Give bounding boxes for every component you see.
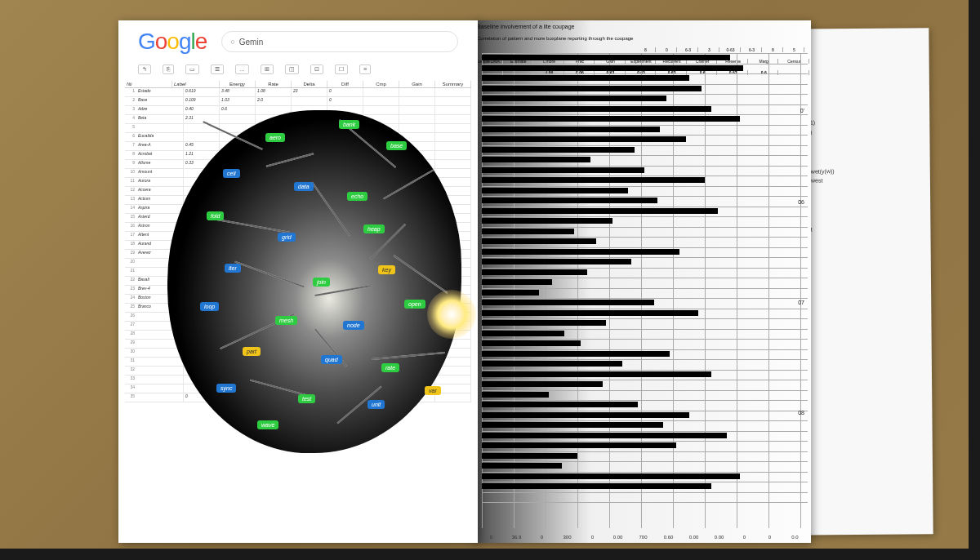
page-2-title-1: Baseline involvement of a lite coupage [472,20,811,33]
table-row: 25Branco [125,304,471,313]
google-logo: Google [138,29,207,55]
search-input[interactable]: Gemin [221,31,458,52]
chart-bar [482,340,581,346]
chart-bar [482,269,587,275]
table-row: 2Base0.1091.032.00 [125,97,471,106]
toolbar-button[interactable]: ≡ [359,64,371,74]
table-row: 18Aurand [125,241,471,250]
chart-bar [482,279,552,285]
chart-bar [482,127,660,132]
chart-bar [482,238,596,244]
toolbar-button[interactable]: ☰ [211,64,224,74]
chart-bar [482,310,698,316]
column-header: № [125,81,172,87]
floating-tag: wave [257,420,278,429]
chart-bar [482,218,612,224]
chart-bar [482,463,562,469]
table-row: 28 [125,331,471,340]
table-row: 3500.60.3 [125,393,471,402]
chart-bar [482,442,676,448]
chart-bar [482,351,670,357]
chart-bar [482,208,718,214]
spreadsheet: №LabelEnergyRateDeltaDiffCmpGainSummary … [125,81,471,402]
x-tick: 0 [479,535,504,540]
table-row: 310.700 [125,358,471,367]
column-header: Diff [327,81,363,87]
table-row: 17Attent1.04 [125,232,471,241]
y-tick: 06 [798,199,804,205]
chart-bar [482,473,740,479]
chart-bar [482,157,590,162]
table-row: 3300(oh) [125,376,471,384]
page-1-spreadsheet: Google Gemin ↰⎘▭☰…⊞◫⊡☐≡ №LabelEnergyRate… [118,20,478,543]
table-row: 19Averez [125,250,471,259]
chart-bar [482,381,603,387]
chart-bar [482,483,711,489]
table-row: 24Boston [125,295,471,304]
column-header: Summary [435,81,471,87]
x-tick: 0 [732,535,757,540]
table-row: 27 [125,322,471,331]
x-tick: 0 [757,535,782,540]
chart-bar [482,300,654,305]
table-row: 12Accera [125,187,471,196]
toolbar-button[interactable]: ☐ [335,64,348,74]
y-tick: 07 [798,300,804,305]
x-tick: 300 [555,535,580,540]
table-row: 1Estado0.6193.481.08230 [125,88,471,97]
table-row: 26 [125,313,471,322]
bar-chart: 0'060708 [475,53,808,528]
chart-bar [482,392,549,398]
chart-bar [482,106,711,112]
chart-bar [482,259,631,264]
column-header: Cmp [363,81,399,87]
chart-bar [482,422,663,428]
y-tick: 0' [800,108,804,113]
chart-bar [482,331,564,336]
chart-bar [482,290,539,296]
table-row: 11Aurora [125,178,471,187]
x-tick: 0.00 [706,535,732,540]
x-tick: 36.9 [504,535,529,540]
table-row: 5 [125,124,471,133]
chart-bar [482,116,740,122]
table-row: 7Area-A0.45 [125,142,471,151]
chart-bar [482,177,705,183]
column-header: Energy [220,81,256,87]
table-row: 15Asterd [125,214,471,223]
column-header: Label [172,81,220,87]
column-header: Delta [292,81,327,87]
sheet-header-row: №LabelEnergyRateDeltaDiffCmpGainSummary [125,81,471,88]
chart-bar [482,320,606,326]
x-tick: 0.00 [681,535,706,540]
y-tick: 08 [798,410,804,416]
table-row: 21 [125,268,471,277]
chart-bar [482,86,702,91]
table-row: 23Brev-40.22 [125,286,471,295]
toolbar-button[interactable]: ↰ [138,64,151,74]
table-row: 3Adze0.400.6 [125,106,471,115]
column-header: Gain [399,81,435,87]
page-2-title-2: Correlation of pattern and more boxplane… [472,33,811,44]
chart-bar [482,198,657,203]
toolbar-button[interactable]: ⊡ [310,64,323,74]
toolbar-button[interactable]: ▭ [185,64,199,74]
chart-bar [482,402,638,407]
chart-bar [482,167,644,173]
table-row: 22Basalt [125,277,471,286]
chart-bar [482,453,577,459]
header: Google Gemin [118,20,478,63]
toolbar-button[interactable]: ⎘ [163,64,174,74]
table-row: 20 [125,259,471,268]
x-tick: 0.60 [656,535,681,540]
x-axis: 036.9030000.007000.600.000.00000.0 [479,535,808,540]
table-row: 16Astron [125,223,471,232]
toolbar-button[interactable]: ⊞ [261,64,274,74]
toolbar-button[interactable]: … [235,64,249,74]
chart-bar [482,229,574,234]
toolbar-button[interactable]: ◫ [285,64,299,74]
page-2-chart: Baseline involvement of a lite coupage C… [472,20,811,543]
x-tick: 0.00 [605,535,630,540]
search-text: Gemin [239,38,263,47]
table-row: 4Beta2.31 [125,115,471,124]
